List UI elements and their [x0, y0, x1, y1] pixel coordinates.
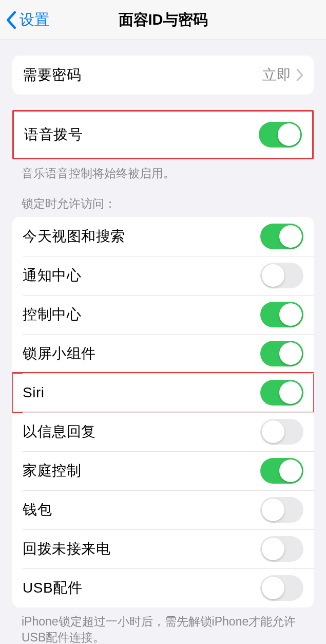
lock-access-row: 通知中心: [12, 256, 314, 295]
lock-access-item-label: 通知中心: [23, 266, 81, 285]
require-passcode-group: 需要密码 立即: [12, 56, 314, 95]
lock-access-item-label: 今天视图和搜索: [23, 227, 125, 246]
lock-access-item-label: 家庭控制: [23, 461, 81, 481]
lock-access-item-toggle[interactable]: [260, 575, 303, 601]
lock-access-row: USB配件: [12, 568, 314, 608]
lock-access-row: 以信息回复: [12, 412, 314, 451]
voice-dial-footer: 音乐语音控制将始终被启用。: [12, 165, 314, 181]
lock-access-item-toggle[interactable]: [260, 458, 303, 484]
voice-dial-label: 语音拨号: [24, 125, 83, 144]
lock-access-row: Siri: [12, 373, 314, 412]
lock-access-item-toggle[interactable]: [260, 341, 303, 366]
chevron-right-icon: [296, 69, 303, 81]
lock-access-item-label: USB配件: [23, 578, 82, 598]
voice-dial-toggle[interactable]: [259, 122, 302, 148]
require-passcode-value: 立即: [262, 65, 291, 85]
lock-access-item-toggle[interactable]: [260, 263, 303, 288]
chevron-left-icon: [6, 11, 16, 29]
lock-access-item-toggle[interactable]: [260, 497, 303, 523]
lock-access-row: 钱包: [12, 490, 314, 529]
back-label: 设置: [20, 10, 49, 30]
lock-access-item-toggle[interactable]: [260, 536, 303, 562]
lock-access-footer: iPhone锁定超过一小时后，需先解锁iPhone才能允许USB配件连接。: [12, 614, 314, 644]
lock-access-item-label: 控制中心: [23, 305, 81, 324]
lock-access-row: 锁屏小组件: [12, 334, 314, 373]
lock-access-item-label: 回拨未接来电: [23, 539, 110, 559]
voice-dial-row: 语音拨号: [14, 112, 312, 158]
lock-access-row: 回拨未接来电: [12, 529, 314, 568]
voice-dial-group: 语音拨号: [12, 110, 314, 159]
lock-access-item-label: 钱包: [23, 500, 52, 520]
nav-bar: 设置 面容ID与密码: [0, 0, 326, 40]
require-passcode-row[interactable]: 需要密码 立即: [12, 56, 314, 95]
lock-access-list: 今天视图和搜索通知中心控制中心锁屏小组件Siri以信息回复家庭控制钱包回拨未接来…: [12, 217, 314, 608]
lock-access-item-label: 锁屏小组件: [23, 344, 96, 363]
lock-access-header: 锁定时允许访问：: [12, 196, 314, 212]
lock-access-item-toggle[interactable]: [260, 302, 303, 327]
lock-access-row: 控制中心: [12, 295, 314, 334]
lock-access-item-label: 以信息回复: [23, 422, 96, 441]
lock-access-item-toggle[interactable]: [260, 419, 303, 445]
lock-access-item-toggle[interactable]: [260, 380, 303, 406]
lock-access-row: 今天视图和搜索: [12, 217, 314, 256]
lock-access-item-label: Siri: [23, 384, 44, 401]
lock-access-item-toggle[interactable]: [260, 224, 303, 249]
back-button[interactable]: 设置: [6, 10, 49, 30]
require-passcode-label: 需要密码: [23, 65, 81, 85]
lock-access-row: 家庭控制: [12, 451, 314, 490]
